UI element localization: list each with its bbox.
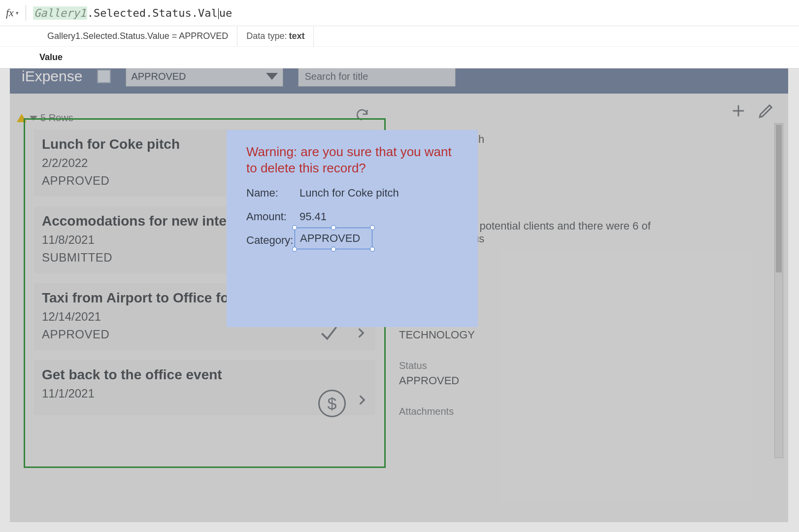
formula-input[interactable]: Gallery1.Selected.Status.Value bbox=[33, 7, 232, 19]
canvas-area: iExpense APPROVED Search for title 5 Row… bbox=[0, 49, 799, 532]
detail-description-fragment: r potential clients and there were 6 of … bbox=[473, 220, 660, 245]
modal-title: Warning: are you sure that you want to d… bbox=[246, 144, 458, 176]
data-type-label: Data type: bbox=[246, 31, 287, 41]
formula-result-row: Gallery1.Selected.Status.Value = APPROVE… bbox=[0, 26, 799, 46]
formula-data-type: Data type: text bbox=[237, 26, 314, 46]
formula-input-row[interactable]: fx ▾ Gallery1.Selected.Status.Value bbox=[0, 0, 799, 26]
formula-token: Gallery1 bbox=[33, 6, 87, 20]
search-placeholder: Search for title bbox=[304, 71, 368, 82]
result-expression: Gallery1.Selected.Status.Value = APPROVE… bbox=[47, 31, 228, 41]
detail-category-value: TECHNOLOGY bbox=[399, 329, 660, 341]
formula-text-rest: .Selected.Status.Val bbox=[87, 7, 218, 19]
text-cursor bbox=[218, 8, 219, 19]
modal-name-value: Lunch for Coke pitch bbox=[300, 187, 399, 200]
modal-category-label: Category: bbox=[246, 234, 300, 247]
chevron-down-icon bbox=[266, 73, 278, 80]
scrollbar-thumb[interactable] bbox=[776, 125, 782, 272]
scrollbar[interactable] bbox=[774, 123, 783, 458]
plus-icon[interactable] bbox=[730, 102, 747, 121]
chevron-right-icon[interactable] bbox=[355, 327, 367, 341]
resize-handle[interactable] bbox=[331, 225, 336, 230]
intellisense-suggestion[interactable]: Value bbox=[0, 46, 799, 68]
filter-checkbox[interactable] bbox=[97, 69, 111, 83]
formula-bar: fx ▾ Gallery1.Selected.Status.Value Gall… bbox=[0, 0, 799, 68]
resize-handle[interactable] bbox=[370, 247, 375, 252]
search-input[interactable]: Search for title bbox=[298, 66, 456, 87]
app-screen: iExpense APPROVED Search for title 5 Row… bbox=[10, 59, 788, 522]
data-type-value: text bbox=[289, 31, 304, 41]
list-item[interactable]: Get back to the office event 11/1/2021 $ bbox=[34, 360, 375, 415]
detail-title-fragment: ch bbox=[473, 133, 660, 146]
pencil-icon[interactable] bbox=[758, 102, 774, 121]
status-dropdown[interactable]: APPROVED bbox=[126, 66, 283, 87]
item-title: Get back to the office event bbox=[42, 367, 367, 383]
modal-amount-label: Amount: bbox=[246, 210, 300, 223]
chevron-right-icon[interactable] bbox=[356, 394, 368, 408]
resize-handle[interactable] bbox=[331, 247, 336, 252]
fx-label[interactable]: fx bbox=[6, 6, 14, 19]
detail-status-value: APPROVED bbox=[399, 374, 660, 387]
selected-text-control[interactable]: APPROVED bbox=[295, 228, 372, 249]
chevron-down-icon[interactable]: ▾ bbox=[16, 10, 19, 16]
resize-handle[interactable] bbox=[370, 225, 375, 230]
formula-text-tail: ue bbox=[219, 7, 233, 19]
detail-attachments-label: Attachments bbox=[399, 406, 660, 417]
detail-status-label: Status bbox=[399, 360, 660, 371]
divider bbox=[26, 5, 26, 21]
toolbar-icons bbox=[730, 102, 774, 121]
resize-handle[interactable] bbox=[292, 225, 297, 230]
modal-name-label: Name: bbox=[246, 187, 300, 200]
formula-result: Gallery1.Selected.Status.Value = APPROVE… bbox=[38, 26, 237, 46]
dollar-icon[interactable]: $ bbox=[318, 390, 346, 417]
resize-handle[interactable] bbox=[292, 247, 297, 252]
app-title: iExpense bbox=[22, 68, 82, 85]
selected-control-text: APPROVED bbox=[295, 228, 372, 249]
dropdown-selected-value: APPROVED bbox=[131, 71, 186, 82]
modal-amount-value: 95.41 bbox=[300, 210, 327, 223]
